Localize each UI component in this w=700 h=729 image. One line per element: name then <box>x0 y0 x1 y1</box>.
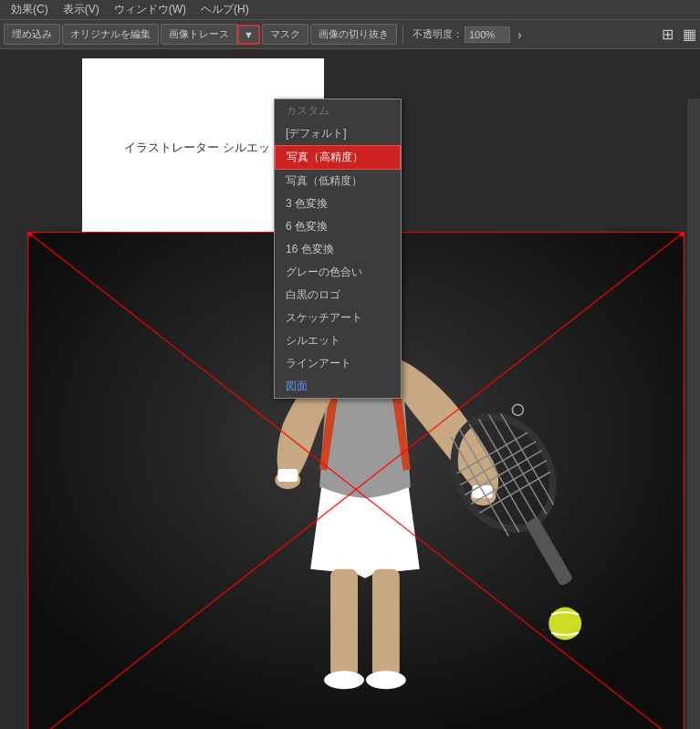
dropdown-item-3color[interactable]: 3 色変換 <box>275 193 401 215</box>
image-trace-dropdown: 画像トレース ▼ <box>161 24 260 45</box>
toolbar: 埋め込み オリジナルを編集 画像トレース ▼ マスク 画像の切り抜き 不透明度：… <box>0 20 700 49</box>
dropdown-item-bw-logo[interactable]: 白黒のロゴ <box>275 284 401 307</box>
menu-effects[interactable]: 効果(C) <box>4 0 56 19</box>
panel-icon[interactable]: ▦ <box>683 26 696 43</box>
dropdown-item-default[interactable]: [デフォルト] <box>275 122 401 145</box>
svg-point-13 <box>366 671 406 689</box>
toolbar-separator <box>402 26 403 44</box>
corner-handle-tl[interactable] <box>27 232 32 236</box>
dropdown-item-photo-high[interactable]: 写真（高精度） <box>275 145 401 170</box>
menu-view[interactable]: 表示(V) <box>56 0 107 19</box>
image-trace-arrow[interactable]: ▼ <box>237 25 260 45</box>
opacity-input[interactable] <box>465 26 510 43</box>
embed-button[interactable]: 埋め込み <box>4 24 60 45</box>
svg-point-12 <box>324 671 364 689</box>
dropdown-item-custom[interactable]: カスタム <box>275 99 401 122</box>
dropdown-item-gray[interactable]: グレーの色合い <box>275 261 401 284</box>
dropdown-item-6color[interactable]: 6 色変換 <box>275 215 401 238</box>
opacity-label: 不透明度： <box>413 27 463 41</box>
mask-button[interactable]: マスク <box>262 24 308 45</box>
document-title: イラストレーター シルエット <box>124 140 282 156</box>
grid-icon[interactable]: ⊞ <box>662 26 674 43</box>
dropdown-item-diagram[interactable]: 図面 <box>275 375 401 398</box>
dropdown-item-sketch[interactable]: スケッチアート <box>275 307 401 329</box>
svg-rect-11 <box>372 569 400 679</box>
crop-button[interactable]: 画像の切り抜き <box>310 24 397 45</box>
corner-handle-tr[interactable] <box>680 232 684 236</box>
dropdown-item-16color[interactable]: 16 色変換 <box>275 238 401 261</box>
vertical-scrollbar[interactable] <box>687 99 700 729</box>
dropdown-item-photo-low[interactable]: 写真（低精度） <box>275 170 401 193</box>
menubar: 効果(C) 表示(V) ウィンドウ(W) ヘルプ(H) <box>0 0 700 20</box>
image-trace-button[interactable]: 画像トレース <box>161 24 237 45</box>
canvas-area: イラストレーター シルエット <box>0 49 700 729</box>
dropdown-item-lineart[interactable]: ラインアート <box>275 352 401 375</box>
menu-help[interactable]: ヘルプ(H) <box>193 0 256 19</box>
menu-window[interactable]: ウィンドウ(W) <box>107 0 193 19</box>
edit-original-button[interactable]: オリジナルを編集 <box>62 24 159 45</box>
more-options[interactable]: › <box>517 27 522 42</box>
image-trace-dropdown-menu: カスタム [デフォルト] 写真（高精度） 写真（低精度） 3 色変換 6 色変換… <box>274 99 402 399</box>
dropdown-item-silhouette[interactable]: シルエット <box>275 329 401 352</box>
svg-rect-8 <box>277 469 298 482</box>
svg-rect-10 <box>330 569 358 679</box>
